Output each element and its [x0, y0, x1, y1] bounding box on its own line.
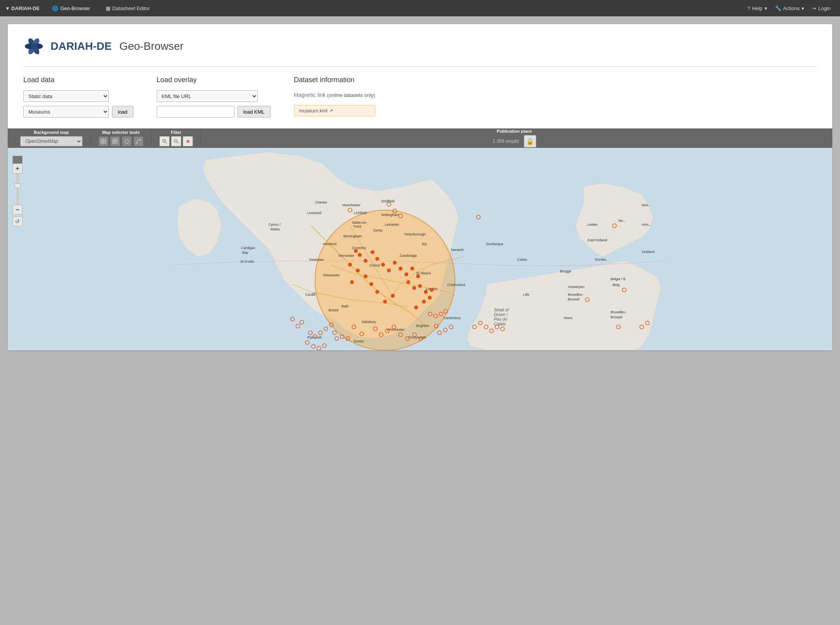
- svg-marker-15: [125, 139, 129, 143]
- overlay-type-select[interactable]: KML file URL WMS: [157, 90, 258, 102]
- svg-point-108: [391, 294, 395, 298]
- selector-tools-label: Map selector tools: [102, 130, 140, 135]
- dataset-select[interactable]: Museums Libraries: [23, 106, 109, 118]
- kml-url-row: load KML: [157, 106, 271, 118]
- nav-item-geo-browser[interactable]: 🌐 Geo-Browser: [49, 4, 93, 13]
- brand-logo[interactable]: ▾ DARIAH-DE: [6, 5, 40, 11]
- svg-point-98: [410, 267, 414, 270]
- svg-text:Cymru /: Cymru /: [268, 223, 281, 226]
- nav-datasheet-label: Datasheet Editor: [112, 5, 150, 11]
- svg-text:Bath: Bath: [341, 304, 349, 308]
- svg-text:Lichfield: Lichfield: [354, 211, 367, 215]
- nav-help-label: Help: [752, 5, 763, 11]
- map-toolbar: Background map OpenStreetMap Map selecto…: [8, 128, 832, 148]
- circle-selector-btn[interactable]: [110, 136, 120, 146]
- zoom-out-button[interactable]: −: [12, 205, 23, 215]
- svg-text:Chelmsford: Chelmsford: [447, 283, 465, 287]
- svg-text:Brussel: Brussel: [568, 297, 579, 301]
- kml-url-input[interactable]: [157, 106, 234, 118]
- svg-point-110: [375, 290, 379, 294]
- svg-point-92: [375, 257, 379, 261]
- lock-button[interactable]: 🔒: [524, 135, 536, 147]
- nav-login-label: Login: [818, 5, 831, 11]
- reset-view-button[interactable]: ↺: [12, 216, 23, 226]
- nav-item-datasheet-editor[interactable]: ▦ Datasheet Editor: [103, 4, 153, 13]
- svg-point-106: [422, 300, 426, 304]
- polygon-selector-btn[interactable]: [122, 136, 132, 146]
- svg-point-103: [424, 290, 428, 294]
- svg-point-102: [418, 284, 422, 288]
- page-brand-text: DARIAH-DE: [51, 40, 112, 53]
- svg-line-23: [177, 142, 178, 144]
- svg-point-105: [428, 296, 432, 300]
- load-data-heading: Load data: [23, 76, 133, 84]
- filter-controls: ✕: [159, 136, 193, 146]
- nav-help[interactable]: ? Help ▾: [744, 4, 770, 13]
- svg-text:Bristol: Bristol: [329, 308, 338, 312]
- svg-text:Swansea: Swansea: [309, 258, 324, 262]
- nav-actions-label: Actions: [783, 5, 800, 11]
- magnetic-link[interactable]: Magnetic link: [294, 92, 326, 98]
- svg-text:Salisbury: Salisbury: [362, 320, 376, 324]
- dariah-logo: [23, 36, 44, 57]
- publication-place-group: Publication place 1.399 results 🔒: [201, 129, 828, 147]
- nav-geo-browser-label: Geo-Browser: [60, 5, 90, 11]
- grid-selector-btn[interactable]: [98, 136, 108, 146]
- map-container: Background map OpenStreetMap Map selecto…: [8, 128, 832, 350]
- svg-text:Chester: Chester: [315, 200, 327, 204]
- svg-point-111: [369, 282, 373, 286]
- svg-text:Zeeland.: Zeeland.: [642, 250, 655, 254]
- nav-login[interactable]: ↪ Login: [809, 4, 834, 13]
- static-data-select[interactable]: Static data Dynamic data: [23, 90, 109, 102]
- nav-actions[interactable]: 🔧 Actions ▾: [772, 4, 808, 13]
- svg-text:Stoke-on-: Stoke-on-: [352, 221, 367, 225]
- page-title: Geo-Browser: [119, 40, 184, 53]
- load-kml-button[interactable]: load KML: [238, 106, 271, 118]
- load-section: Load data Static data Dynamic data Museu…: [23, 76, 817, 118]
- svg-text:Ams...: Ams...: [642, 223, 652, 226]
- svg-point-16: [136, 142, 138, 144]
- brand-name: DARIAH-DE: [11, 5, 40, 11]
- svg-point-89: [358, 253, 362, 257]
- svg-text:Hereford: Hereford: [323, 242, 336, 246]
- route-selector-btn[interactable]: [133, 136, 144, 146]
- filter-clear-btn[interactable]: ✕: [183, 136, 193, 146]
- page-wrapper: DARIAH-DE Geo-Browser Load data Static d…: [0, 16, 840, 625]
- svg-rect-7: [101, 139, 103, 141]
- svg-text:No...: No...: [618, 219, 626, 223]
- publication-place-controls: 1.399 results 🔒: [492, 135, 536, 147]
- map-area[interactable]: Strait of Dover / Pas de Calais Liverpoo…: [8, 148, 832, 350]
- svg-text:Mons: Mons: [564, 316, 573, 320]
- kml-file-badge[interactable]: museum.kml ↗: [294, 105, 375, 116]
- svg-point-30: [315, 210, 455, 350]
- load-button[interactable]: load: [112, 106, 133, 118]
- svg-text:Canterbury: Canterbury: [443, 316, 461, 320]
- svg-text:Trent: Trent: [353, 225, 361, 228]
- svg-text:Gloucester: Gloucester: [323, 273, 340, 277]
- svg-point-112: [364, 274, 368, 278]
- svg-text:Peterborough: Peterborough: [404, 232, 426, 236]
- filter-minus-btn[interactable]: [171, 136, 181, 146]
- zoom-slider[interactable]: [16, 174, 19, 205]
- svg-text:Dover /: Dover /: [494, 312, 508, 317]
- svg-point-116: [354, 249, 358, 253]
- zoom-thumb[interactable]: [14, 183, 21, 188]
- svg-point-91: [371, 250, 374, 254]
- filter-group: Filter ✕: [152, 130, 201, 146]
- login-icon: ↪: [812, 5, 816, 11]
- svg-point-100: [406, 280, 410, 284]
- svg-point-114: [350, 280, 354, 284]
- dataset-info-group: Dataset information Magnetic link (onlin…: [294, 76, 375, 118]
- svg-point-93: [381, 263, 385, 267]
- svg-text:Pas de: Pas de: [494, 317, 507, 321]
- svg-text:Bruxelles -: Bruxelles -: [568, 293, 584, 297]
- svg-text:Coventry: Coventry: [352, 246, 366, 250]
- svg-text:Bruxelles -: Bruxelles -: [611, 310, 627, 314]
- filter-zoom-btn[interactable]: [159, 136, 170, 146]
- svg-rect-10: [104, 142, 106, 144]
- svg-text:Dunkerque: Dunkerque: [486, 242, 503, 246]
- load-overlay-heading: Load overlay: [157, 76, 271, 84]
- bg-map-select[interactable]: OpenStreetMap: [20, 136, 82, 146]
- zoom-in-button[interactable]: +: [12, 163, 23, 174]
- help-icon: ?: [747, 5, 750, 11]
